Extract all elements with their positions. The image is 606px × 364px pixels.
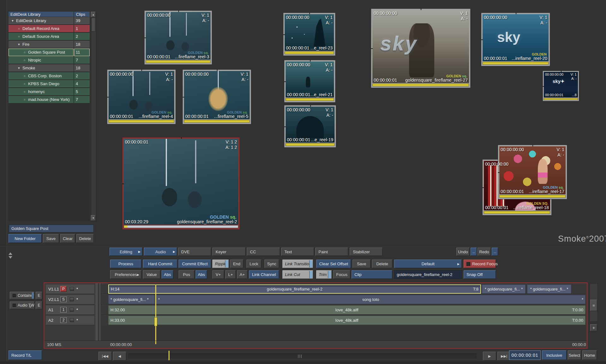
new-folder-button[interactable]: New Folder — [9, 234, 42, 243]
redo-options-button[interactable]: ... — [492, 248, 498, 256]
go-to-start-button[interactable]: |◀◀ — [98, 352, 112, 361]
clip-head-handle[interactable]: H:33.00 — [110, 318, 125, 323]
add-track-button[interactable]: + — [590, 324, 597, 331]
tab-stabilizer[interactable]: Stabilizer — [350, 248, 383, 256]
library-save-button[interactable]: Save — [43, 234, 59, 243]
clear-sel-offset-button[interactable]: Clear Sel Offset — [316, 260, 351, 268]
timeline-audio-clip[interactable]: H:32.00 love_48k.aiff T:0.00 — [108, 305, 585, 314]
thumb-position-bar[interactable] — [124, 225, 238, 228]
library-row[interactable]: ○Default Source Area 2 — [9, 33, 90, 40]
clip-thumbnail-reel-5[interactable]: 00:00:00:00 V: 1A: - GOLDEN sq. 00:00:00… — [182, 69, 251, 124]
track-header-v1[interactable]: V1.L1 P * — [46, 285, 94, 294]
default-dropdown[interactable]: Default▶ — [394, 260, 462, 268]
process-button[interactable]: Process — [110, 260, 141, 268]
audio-tw-edit-button[interactable]: E — [36, 302, 42, 309]
library-row[interactable]: ○CBS Corp. Boston 2 — [9, 72, 90, 80]
track-checkbox[interactable] — [70, 287, 74, 291]
clip-thumbnail-reel-8[interactable]: sky✦ 00:00:00:00 V: 1A: - 00:00:00:01...… — [543, 71, 579, 101]
home-button[interactable]: Home — [582, 350, 597, 360]
scroll-down-icon[interactable]: ▼ — [91, 215, 96, 221]
record-timeline-button[interactable]: Record T/L — [9, 350, 42, 360]
link-channel-button[interactable]: Link Channel — [249, 270, 279, 279]
thumb-position-bar[interactable] — [544, 98, 578, 100]
thumb-position-bar[interactable] — [286, 98, 334, 101]
library-row[interactable]: ▼EditDesk Library 39 — [9, 17, 90, 25]
library-row[interactable]: ○homenyc 5 — [9, 88, 90, 96]
value-abs-toggle[interactable]: Abs — [162, 270, 173, 279]
delete-button[interactable]: Delete — [372, 260, 392, 268]
library-row[interactable]: ▼Smoke 18 — [9, 64, 90, 72]
playhead-handle[interactable] — [154, 317, 157, 326]
sync-button[interactable]: Sync — [264, 260, 279, 268]
clip-thumbnail-reel-3[interactable]: 00:00:00:00 V: 1A: - GOLDEN sq. 00:00:00… — [144, 10, 212, 65]
track-header-a1[interactable]: A1 1 * — [46, 305, 94, 315]
redo-button[interactable]: Redo — [478, 248, 491, 256]
link-transition-toggle[interactable]: Link Transition — [282, 260, 313, 268]
timeline-ruler[interactable]: 100 MS 00:00:00:00 00:00:0 — [45, 341, 587, 348]
hard-commit-button[interactable]: Hard Commit — [143, 260, 177, 268]
clip-thumbnail-reel-2-selected[interactable]: 00:00:00:01 V: 1 2A: 1 2 GOLDEN sq. 00:0… — [122, 137, 240, 230]
step-forward-button[interactable]: ▶ — [483, 352, 496, 361]
track-secondary-button[interactable]: S — [60, 296, 67, 302]
undo-options-button[interactable]: ... — [471, 248, 477, 256]
clip-head-handle[interactable]: H:14 — [111, 287, 119, 291]
timeline-scrollbar-grip[interactable]: ≡ — [590, 300, 597, 311]
library-header-clips[interactable]: Clips — [74, 12, 90, 17]
thumb-position-bar[interactable] — [184, 120, 250, 123]
audio-tw-checkbox[interactable] — [13, 304, 16, 307]
timeline-audio-clip[interactable]: H:33.00 love_48k.aiff T:0.00 — [108, 316, 585, 325]
preferences-dropdown[interactable]: Preferences▶ — [110, 270, 141, 279]
track-channel-button[interactable]: 1 — [60, 307, 67, 313]
library-name-input[interactable]: Golden Square Post — [9, 225, 94, 232]
library-row[interactable]: ○mad.house (New York) 7 — [9, 96, 90, 103]
container-toggle[interactable]: Container — [10, 292, 34, 299]
library-row[interactable]: ▼Fire 18 — [9, 41, 90, 48]
select-mode-button[interactable]: Select — [568, 350, 581, 360]
pos-abs-toggle[interactable]: Abs — [196, 270, 207, 279]
clip-name-field[interactable]: goldensquare_fireflame_reel-2 — [394, 270, 462, 279]
tree-expand-icon[interactable]: ▼ — [17, 67, 21, 70]
clip-thumbnail-reel-27[interactable]: sky 00:00:00:00 V: 1A: - GOLDEN sq. 00:0… — [371, 9, 471, 88]
clip-head-handle[interactable]: H:32.00 — [110, 308, 125, 312]
clip-thumbnail-reel-23[interactable]: 00:00:00:00 V: 1A: - 00:00:00:01...e_ree… — [283, 13, 336, 56]
timeline-clip[interactable]: * goldensquare_fi... * — [482, 285, 526, 294]
library-row-selected[interactable]: ○Golden Square Post 11 — [9, 49, 90, 56]
clip-thumbnail-reel-20[interactable]: sky 00:00:00:00 V: 1A: - GOLDEN 00:00:00… — [481, 13, 550, 66]
thumb-position-bar[interactable] — [285, 51, 334, 54]
thumb-position-bar[interactable] — [483, 62, 549, 65]
container-edit-button[interactable]: E — [36, 292, 42, 299]
ripple-toggle[interactable]: Ripple — [212, 260, 229, 268]
save-button[interactable]: Save — [353, 260, 371, 268]
end-button[interactable]: End — [230, 260, 243, 268]
track-primary-button[interactable]: P — [60, 286, 67, 292]
tab-text[interactable]: Text — [281, 248, 314, 256]
tree-expand-icon[interactable]: ▼ — [17, 43, 21, 46]
clip-thumbnail-reel-4[interactable]: 00:00:00:00 V: 1A: - GOLDEN sq. 00:00:00… — [107, 69, 176, 124]
library-row[interactable]: ○Default Record Area 1 — [9, 25, 90, 32]
splitter-handle-icon[interactable] — [8, 251, 13, 262]
tab-paint[interactable]: Paint — [315, 248, 348, 256]
scrub-position-marker[interactable] — [169, 351, 169, 360]
l-plus-button[interactable]: L+ — [225, 270, 236, 279]
audio-tw-toggle[interactable]: Audio TW 5 — [10, 302, 34, 309]
timeline-playhead[interactable] — [155, 285, 156, 341]
track-header-a2[interactable]: A2 2 * — [46, 316, 94, 325]
timeline-clip[interactable]: * song toto * — [156, 295, 585, 304]
tab-dve[interactable]: DVE — [178, 248, 211, 256]
clip-thumbnail-reel-21[interactable]: 00:00:00:00 V: 1A: - 00:00:00:01...e_ree… — [284, 60, 336, 103]
record-focus-checkbox[interactable] — [466, 262, 470, 266]
library-scrollbar-handle[interactable] — [91, 18, 95, 32]
clip-tail-handle[interactable]: T:0.00 — [572, 308, 583, 312]
library-delete-button[interactable]: Delete — [76, 234, 94, 243]
step-back-button[interactable]: ◀ — [113, 352, 126, 361]
commit-effect-button[interactable]: Commit Effect — [179, 260, 211, 268]
lock-button[interactable]: Lock — [247, 260, 261, 268]
track-header-v2[interactable]: V2.L1 S * — [46, 295, 94, 304]
value-button[interactable]: Value — [143, 270, 160, 279]
scrub-grip-icon[interactable] — [298, 355, 303, 358]
track-channel-button[interactable]: 2 — [60, 317, 67, 323]
tab-keyer[interactable]: Keyer — [212, 248, 246, 256]
track-checkbox[interactable] — [70, 318, 74, 322]
thumb-position-bar[interactable] — [286, 143, 335, 146]
undo-button[interactable]: Undo — [456, 248, 470, 256]
